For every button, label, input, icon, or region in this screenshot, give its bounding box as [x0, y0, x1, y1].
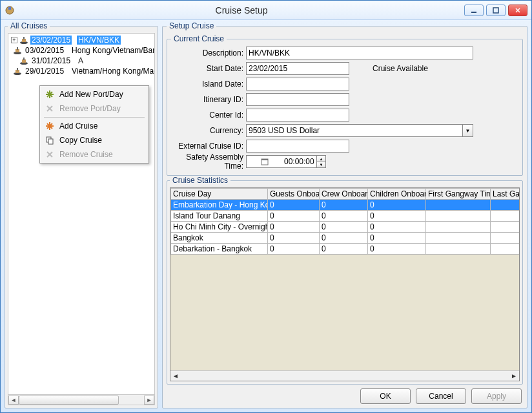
cruise-tree-item[interactable]: +23/02/2015HK/VN/BKK [10, 35, 154, 45]
grid-cell: 0 [268, 200, 320, 211]
grid-cell: 0 [268, 244, 320, 255]
scroll-right-icon[interactable]: ► [509, 372, 519, 381]
grid-column-header[interactable]: Last Gang [491, 189, 520, 200]
start-date-field[interactable] [246, 62, 349, 75]
svg-rect-11 [17, 47, 18, 50]
x-gray-icon [44, 149, 56, 160]
cruise-description: HK/VN/BKK [77, 36, 121, 45]
grid-cell [426, 200, 491, 211]
ctx-add-port[interactable]: Add New Port/Day [41, 87, 147, 101]
setup-cruise-legend: Setup Cruise [167, 21, 216, 30]
cruise-date: 31/01/2015 [30, 56, 72, 65]
grid-cell: 0 [368, 200, 426, 211]
itinerary-id-field[interactable] [246, 93, 349, 106]
context-menu: Add New Port/Day Remove Port/Day Add Cru… [39, 85, 149, 164]
content-area: All Cruises +23/02/2015HK/VN/BKK03/02/20… [1, 20, 531, 412]
ship-icon [12, 66, 23, 76]
cruise-description: Vietnam/Hong Kong/Maca [70, 67, 155, 76]
cancel-button[interactable]: Cancel [416, 388, 466, 404]
app-icon [5, 5, 15, 16]
scroll-left-icon[interactable]: ◄ [170, 372, 181, 381]
tree-spacer [11, 58, 17, 64]
grid-empty-area [170, 255, 519, 370]
grid-row[interactable]: Embarkation Day - Hong Kong000 [171, 200, 520, 211]
ctx-add-port-label: Add New Port/Day [59, 90, 123, 99]
scroll-left-icon[interactable]: ◄ [8, 396, 19, 405]
cruise-tree-item[interactable]: 31/01/2015A [10, 56, 154, 66]
grid-h-scrollbar[interactable]: ◄ ► [170, 370, 519, 381]
ctx-separator [44, 117, 145, 118]
start-date-label: Start Date: [171, 64, 246, 73]
currency-label: Currency: [171, 126, 246, 135]
grid-row[interactable]: Bangkok000 [171, 233, 520, 244]
all-cruises-fieldset: All Cruises +23/02/2015HK/VN/BKK03/02/20… [5, 21, 158, 408]
scroll-track[interactable] [19, 396, 144, 405]
grid-column-header[interactable]: Children Onboard [368, 189, 426, 200]
currency-combo[interactable]: 9503 USD US Dollar ▼ [246, 124, 473, 137]
tree-h-scrollbar[interactable]: ◄ ► [8, 395, 155, 405]
grid-cell [491, 211, 520, 222]
scroll-thumb[interactable] [19, 396, 119, 405]
ctx-add-cruise[interactable]: Add Cruise [41, 119, 147, 133]
ctx-remove-cruise: Remove Cruise [41, 147, 147, 162]
expand-icon[interactable]: + [11, 37, 17, 43]
svg-rect-1 [8, 7, 11, 10]
grid-cell: 0 [368, 222, 426, 233]
window-buttons [464, 5, 527, 16]
grid-cell [491, 244, 520, 255]
safety-time-value: 00:00:00 [283, 157, 316, 166]
scroll-right-icon[interactable]: ► [144, 396, 154, 405]
cruise-setup-window: Cruise Setup All Cruises +23/02/2015HK/V… [0, 0, 532, 413]
ctx-remove-cruise-label: Remove Cruise [59, 150, 113, 159]
stats-grid[interactable]: Cruise DayGuests OnboardCrew OnboardChil… [170, 188, 520, 255]
grid-row[interactable]: Debarkation - Bangkok000 [171, 244, 520, 255]
external-id-label: External Cruise ID: [171, 142, 246, 151]
minimize-button[interactable] [464, 5, 484, 16]
grid-row[interactable]: Island Tour Danang000 [171, 211, 520, 222]
window-title: Cruise Setup [19, 5, 464, 16]
svg-rect-8 [23, 37, 25, 39]
grid-row[interactable]: Ho Chi Minh City - Overnight000 [171, 222, 520, 233]
cruise-status-text: Cruise Available [373, 64, 428, 73]
grid-cell: Ho Chi Minh City - Overnight [171, 222, 268, 233]
spin-up-icon[interactable]: ▲ [316, 156, 325, 162]
cruise-date: 23/02/2015 [30, 36, 72, 45]
maximize-button[interactable] [486, 5, 506, 16]
ctx-remove-port: Remove Port/Day [41, 101, 147, 116]
grid-cell: 0 [268, 233, 320, 244]
grid-column-header[interactable]: Cruise Day [171, 189, 268, 200]
close-button[interactable] [508, 5, 527, 16]
cruise-tree-item[interactable]: 29/01/2015Vietnam/Hong Kong/Maca [10, 66, 154, 76]
center-id-field[interactable] [246, 109, 349, 122]
button-bar: OK Cancel Apply [167, 385, 523, 404]
copy-icon [44, 134, 56, 146]
svg-rect-14 [23, 58, 25, 60]
svg-rect-33 [261, 159, 268, 160]
description-field[interactable] [246, 47, 473, 59]
grid-column-header[interactable]: Guests Onboard [268, 189, 320, 200]
cruise-tree[interactable]: +23/02/2015HK/VN/BKK03/02/2015Hong Kong/… [8, 33, 155, 395]
grid-cell [426, 222, 491, 233]
cruise-description: A [77, 56, 85, 65]
current-cruise-legend: Current Cruise [171, 34, 227, 43]
grid-column-header[interactable]: First Gangway Time [426, 189, 491, 200]
ctx-copy-cruise[interactable]: Copy Cruise [41, 133, 147, 147]
grid-cell: Island Tour Danang [171, 211, 268, 222]
grid-cell: Embarkation Day - Hong Kong [171, 200, 268, 211]
external-id-field[interactable] [246, 140, 349, 153]
chevron-down-icon[interactable]: ▼ [462, 125, 473, 136]
island-date-field[interactable] [246, 78, 349, 90]
svg-rect-2 [471, 12, 476, 13]
ok-button[interactable]: OK [360, 388, 411, 404]
grid-cell [491, 233, 520, 244]
grid-column-header[interactable]: Crew Onboard [320, 189, 368, 200]
grid-cell [426, 211, 491, 222]
svg-rect-17 [17, 68, 18, 70]
grid-cell: 0 [320, 222, 368, 233]
ctx-remove-port-label: Remove Port/Day [59, 104, 121, 113]
cruise-tree-item[interactable]: 03/02/2015Hong Kong/Vietnam/Bang [10, 45, 154, 56]
grid-cell: 0 [320, 244, 368, 255]
grid-cell [491, 200, 520, 211]
spin-down-icon[interactable]: ▼ [316, 162, 325, 167]
safety-time-spinner[interactable]: 00:00:00 ▲ ▼ [246, 155, 326, 168]
